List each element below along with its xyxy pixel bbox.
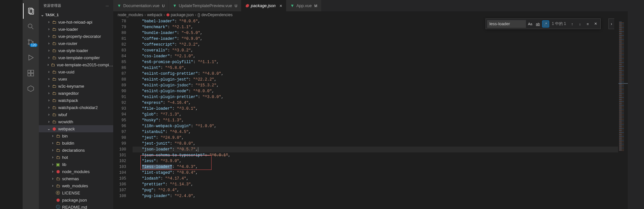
- close-icon[interactable]: ×: [279, 3, 282, 8]
- code-line[interactable]: "less-loader": "^4.0.3",: [133, 164, 618, 170]
- code-line[interactable]: "json-loader": "^0.5.7",: [133, 147, 618, 152]
- minimap-line: [619, 79, 624, 80]
- tree-item-web-modules[interactable]: ›🗀web_modules: [39, 182, 113, 189]
- whole-word-button[interactable]: ab: [534, 20, 541, 28]
- tree-item-watchpack[interactable]: ›🗀watchpack: [39, 97, 113, 104]
- find-prev-button[interactable]: ↑: [569, 20, 576, 28]
- minimap[interactable]: [618, 18, 628, 209]
- code-line[interactable]: "husky": "^1.1.3",: [133, 117, 618, 123]
- find-next-button[interactable]: ↓: [576, 20, 584, 28]
- tab-documentation-vue[interactable]: ▼Documentation.vueU: [113, 0, 169, 11]
- search-icon[interactable]: [23, 19, 38, 34]
- tree-item-w3c-keyname[interactable]: ›🗀w3c-keyname: [39, 82, 113, 90]
- line-number: 95: [113, 117, 126, 123]
- tree-item-vue-template-compiler[interactable]: ›🗀vue-template-compiler: [39, 54, 113, 61]
- minimap-line: [619, 150, 624, 151]
- tree-item-webpack[interactable]: ⌄⬢webpack: [39, 125, 113, 132]
- code-line[interactable]: "eslint-plugin-node": "^8.0.0",: [133, 88, 618, 94]
- tree-item-vue-uuid[interactable]: ›🗀vue-uuid: [39, 68, 113, 75]
- tree-item-buildin[interactable]: ›🗀buildin: [39, 139, 113, 147]
- find-expand-toggle[interactable]: ›: [608, 18, 614, 29]
- tree-item-watchpack-chokidar2[interactable]: ›🗀watchpack-chokidar2: [39, 104, 113, 111]
- regex-button[interactable]: .*: [542, 20, 549, 28]
- find-close-button[interactable]: ✕: [592, 20, 599, 28]
- sidebar-section-header[interactable]: ⌄ TASK_1: [39, 11, 113, 18]
- tab-package-json[interactable]: ⬢package.json×: [241, 0, 286, 11]
- extra-icon[interactable]: [23, 81, 38, 96]
- minimap-line: [619, 66, 624, 67]
- tree-item-vue-hot-reload-api[interactable]: ›🗀vue-hot-reload-api: [39, 18, 113, 26]
- breadcrumb-part[interactable]: webpack: [147, 13, 162, 17]
- code-line[interactable]: "pug": "^2.0.4",: [133, 187, 618, 193]
- breadcrumb-part[interactable]: package.json: [171, 13, 194, 17]
- npm-icon: ⬢: [166, 13, 169, 17]
- tab-app-vue[interactable]: ▼App.vueM: [286, 0, 322, 11]
- tree-item-license[interactable]: 🄍LICENSE: [39, 189, 113, 196]
- tree-item-vuex[interactable]: ›🗀vuex: [39, 75, 113, 82]
- code-line[interactable]: "eslint-config-prettier": "^4.0.0",: [133, 71, 618, 77]
- breadcrumb-part[interactable]: node_modules: [118, 13, 143, 17]
- tree-item-wcwidth[interactable]: ›🗀wcwidth: [39, 118, 113, 125]
- code-line[interactable]: "file-loader": "^3.0.1",: [133, 106, 618, 112]
- code-area[interactable]: "babel-loader": "^8.0.6", "benchmark": "…: [133, 18, 618, 209]
- breadcrumb-part[interactable]: devDependencies: [202, 13, 233, 17]
- minimap-line: [619, 43, 624, 43]
- tree-item-package-json[interactable]: ⬢package.json: [39, 196, 113, 204]
- explorer-icon[interactable]: [23, 3, 38, 19]
- tree-item-lib[interactable]: ›▣lib: [39, 161, 113, 168]
- code-line[interactable]: "eslint": "^5.8.0",: [133, 65, 618, 71]
- minimap-line: [619, 150, 622, 150]
- extensions-icon[interactable]: [23, 65, 38, 81]
- tree-item-readme-md[interactable]: ⓘREADME.md: [39, 204, 113, 209]
- tree-item-bin[interactable]: ›🗀bin: [39, 132, 113, 139]
- minimap-line: [619, 122, 624, 122]
- line-number: 92: [113, 100, 126, 106]
- svg-rect-11: [31, 70, 34, 73]
- tree-item-vue-loader[interactable]: ›🗀vue-loader: [39, 26, 113, 33]
- source-control-icon[interactable]: 120: [23, 34, 38, 50]
- code-line[interactable]: "eslint-plugin-prettier": "^3.0.0",: [133, 94, 618, 100]
- code-line[interactable]: "json-schema-to-typescript": "^6.0.1",: [133, 152, 618, 158]
- minimap-line: [619, 93, 622, 93]
- code-line[interactable]: "coffee-loader": "^0.9.0",: [133, 36, 618, 42]
- code-line[interactable]: "eslint-plugin-jest": "^22.2.2",: [133, 77, 618, 82]
- code-line[interactable]: "istanbul": "^0.4.5",: [133, 129, 618, 135]
- tree-item-vue-style-loader[interactable]: ›🗀vue-style-loader: [39, 47, 113, 54]
- minimap-line: [619, 131, 624, 131]
- debug-icon[interactable]: [23, 50, 38, 65]
- code-line[interactable]: "lint-staged": "^8.0.4",: [133, 170, 618, 176]
- tree-item-vue-property-decorator[interactable]: ›🗀vue-property-decorator: [39, 33, 113, 40]
- find-input[interactable]: [487, 20, 526, 28]
- minimap-line: [619, 46, 624, 46]
- code-line[interactable]: "es6-promise-polyfill": "^1.1.1",: [133, 59, 618, 65]
- code-line[interactable]: "glob": "^7.1.3",: [133, 112, 618, 117]
- tree-item-schemas[interactable]: ›🗀schemas: [39, 175, 113, 182]
- code-line[interactable]: "i18n-webpack-plugin": "^1.0.0",: [133, 123, 618, 129]
- code-line[interactable]: "coveralls": "^3.0.2",: [133, 48, 618, 53]
- tab-updatetemplatepreview-vue[interactable]: ▼UpdateTemplatePreview.vueU: [169, 0, 242, 11]
- find-selection-button[interactable]: ≡: [584, 20, 591, 28]
- code-line[interactable]: "prettier": "^1.14.3",: [133, 182, 618, 187]
- match-case-button[interactable]: Aa: [527, 20, 534, 28]
- code-line[interactable]: "less": "^3.9.0",: [133, 158, 618, 164]
- sidebar-more-icon[interactable]: ···: [106, 4, 109, 8]
- tree-item-hot[interactable]: ›🗀hot: [39, 154, 113, 161]
- line-number: 89: [113, 82, 126, 88]
- code-line[interactable]: "coffeescript": "^2.3.2",: [133, 42, 618, 48]
- code-line[interactable]: "lodash": "^4.17.4",: [133, 176, 618, 182]
- tree-item-vue-template-es2015-compi-[interactable]: ›🗀vue-template-es2015-compi…: [39, 61, 113, 68]
- code-line[interactable]: "eslint-plugin-jsdoc": "^15.3.2",: [133, 82, 618, 88]
- tree-item-declarations[interactable]: ›🗀declarations: [39, 147, 113, 154]
- tree-item-vue-router[interactable]: ›🗀vue-router: [39, 40, 113, 47]
- code-line[interactable]: "css-loader": "^2.1.0",: [133, 53, 618, 59]
- code-line[interactable]: "jest": "^24.9.0",: [133, 135, 618, 141]
- minimap-line: [619, 44, 624, 45]
- code-line[interactable]: "express": "~4.16.4",: [133, 100, 618, 106]
- tree-item-wbuf[interactable]: ›🗀wbuf: [39, 111, 113, 118]
- tree-item-wangeditor[interactable]: ›🗀wangeditor: [39, 90, 113, 97]
- minimap-line: [619, 121, 624, 121]
- code-line[interactable]: "pug-loader": "^2.4.0",: [133, 193, 618, 199]
- tree-item-node-modules[interactable]: ›⬢node_modules: [39, 168, 113, 175]
- code-line[interactable]: "jest-junit": "^8.0.0",: [133, 141, 618, 147]
- code-line[interactable]: "bundle-loader": "~0.5.0",: [133, 30, 618, 36]
